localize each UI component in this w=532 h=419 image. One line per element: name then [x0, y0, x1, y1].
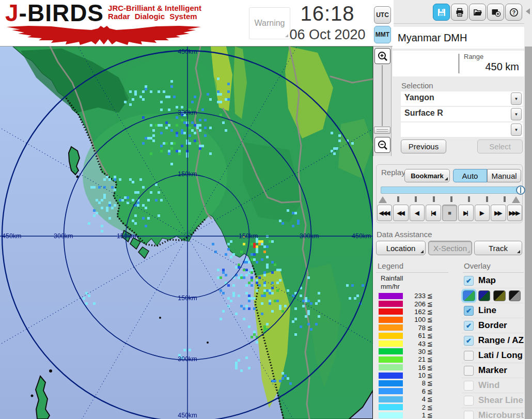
slider-end-marker: [512, 196, 520, 203]
open-file-button[interactable]: [469, 4, 486, 21]
stop-button[interactable]: ■: [442, 205, 457, 221]
legend-value: 30: [403, 348, 426, 355]
legend-value: 206: [403, 300, 426, 308]
svg-text:300km: 300km: [178, 355, 197, 363]
replay-slider-handle[interactable]: [516, 185, 525, 195]
logo-tagline: JRC-Brilliant & Intelligent Radar Dialog…: [108, 4, 201, 21]
save-icon: [436, 7, 447, 18]
legend-row: 78≦: [376, 324, 453, 332]
panel-collapse-arrow-icon[interactable]: [526, 8, 530, 14]
track-button[interactable]: Track: [474, 241, 522, 255]
zoom-out-button[interactable]: [374, 137, 390, 153]
product-select-field[interactable]: Surface R ▼: [401, 107, 523, 121]
checkbox-line[interactable]: ✔: [464, 306, 474, 316]
play-button[interactable]: ▶: [475, 205, 490, 221]
overlay-label: Lati / Long: [478, 350, 523, 361]
legend-swatch: [379, 412, 403, 418]
zoom-out-icon: [377, 139, 388, 151]
checkbox-map[interactable]: ✔: [464, 276, 474, 286]
replay-group: Replay Bookmark Auto Manual ◀◀◀ ◀◀ ◀ |◀ …: [376, 164, 523, 223]
mmt-button[interactable]: MMT: [374, 26, 391, 43]
site-select-dropdown-button[interactable]: ▼: [511, 92, 522, 105]
overlay-row-line: ✔Line: [462, 303, 524, 318]
play-backward-button[interactable]: ◀: [410, 205, 425, 221]
svg-text:300km: 300km: [54, 232, 73, 240]
legend-value: 10: [403, 371, 426, 379]
overlay-label: Marker: [478, 365, 507, 376]
warning-label: Warning: [255, 19, 285, 28]
radar-map[interactable]: 450km 300km 150km 150km 300km 450km 450k…: [0, 46, 373, 419]
product-select-dropdown-button[interactable]: ▼: [511, 108, 522, 120]
legend-rule: [376, 272, 448, 273]
dropdown-corner-icon: [517, 250, 520, 253]
zoom-slider-thumb[interactable]: [374, 127, 390, 134]
legend-value: 4: [403, 395, 426, 403]
legend-value: 6: [403, 387, 426, 395]
clock-date: 06 Oct 2020: [281, 26, 373, 43]
product-select-value: Surface R: [404, 108, 443, 118]
legend-swatch: [379, 404, 403, 410]
legend-header: Legend: [378, 261, 403, 270]
site-select-field[interactable]: Yangon ▼: [401, 91, 523, 106]
checkbox-range-az[interactable]: ✔: [464, 336, 474, 346]
map-style-button-3[interactable]: [493, 290, 506, 301]
legend-swatch: [379, 348, 403, 354]
top-bar: J-BIRDS JRC-Brilliant & Intelligent Rada…: [0, 0, 394, 46]
help-button[interactable]: ?: [505, 4, 522, 21]
checkbox-lati-long[interactable]: [464, 351, 474, 361]
save-button[interactable]: [433, 4, 450, 21]
lte-symbol: ≦: [427, 340, 433, 348]
map-style-button-1[interactable]: [463, 290, 475, 301]
fastest-forward-button[interactable]: ▶▶▶: [507, 205, 522, 221]
lte-symbol: ≦: [427, 395, 433, 403]
select-button[interactable]: Select: [477, 139, 523, 153]
legend-row: 8≦: [376, 379, 453, 387]
replay-slider[interactable]: [381, 187, 521, 194]
legend-row: 2≦: [376, 403, 453, 411]
location-button[interactable]: Location: [376, 241, 426, 255]
help-icon: ?: [509, 7, 519, 18]
xsection-button[interactable]: X-Section: [428, 241, 472, 255]
map-style-button-4[interactable]: [509, 290, 521, 301]
svg-text:450km: 450km: [2, 232, 22, 240]
capture-button[interactable]: [487, 4, 504, 21]
checkbox-border[interactable]: ✔: [464, 321, 474, 331]
xsection-label: X-Section: [433, 244, 467, 253]
step-forward-button[interactable]: ▶|: [458, 205, 473, 221]
legend-row: 30≦: [376, 348, 453, 355]
print-button[interactable]: [451, 4, 468, 21]
manual-button[interactable]: Manual: [487, 169, 521, 182]
rewind-button[interactable]: ◀◀: [393, 205, 408, 221]
step-back-button[interactable]: |◀: [426, 205, 441, 221]
utc-button[interactable]: UTC: [374, 6, 391, 24]
legend-swatch: [379, 333, 403, 339]
panel-scrollbar[interactable]: [525, 46, 532, 419]
fast-rewind-button[interactable]: ◀◀◀: [377, 205, 392, 221]
chevron-down-icon: ▼: [514, 97, 519, 101]
lte-symbol: ≦: [427, 379, 433, 387]
logo-box: J-BIRDS JRC-Brilliant & Intelligent Rada…: [2, 1, 205, 45]
jbirds-logo-text: J-BIRDS: [5, 1, 104, 25]
legend-unit-2: mm/hr: [381, 283, 400, 290]
lte-symbol: ≦: [427, 316, 433, 323]
overlay-row-microburst: Microburst: [462, 408, 524, 419]
legend-row: 61≦: [376, 332, 453, 339]
site-select-value: Yangon: [404, 93, 434, 102]
bookmark-button[interactable]: Bookmark: [404, 169, 450, 182]
track-label: Track: [489, 244, 508, 253]
range-box: Range 450 km: [393, 51, 524, 76]
legend-value: 162: [403, 308, 426, 316]
auto-button[interactable]: Auto: [453, 169, 487, 182]
overlay-row-map: ✔Map: [462, 273, 524, 288]
checkbox-marker[interactable]: [464, 366, 474, 376]
zoom-in-button[interactable]: [374, 48, 390, 64]
legend-row: 6≦: [376, 387, 453, 395]
option-select-dropdown-button[interactable]: ▼: [511, 123, 522, 136]
option-select-field[interactable]: ▼: [401, 122, 523, 137]
map-style-button-2[interactable]: [478, 290, 491, 301]
zoom-slider-track[interactable]: [382, 65, 383, 126]
previous-button[interactable]: Previous: [401, 139, 446, 153]
legend-row: 1≦: [376, 411, 453, 419]
clock: 16:18 06 Oct 2020: [281, 1, 373, 45]
fast-forward-button[interactable]: ▶▶: [491, 205, 506, 221]
